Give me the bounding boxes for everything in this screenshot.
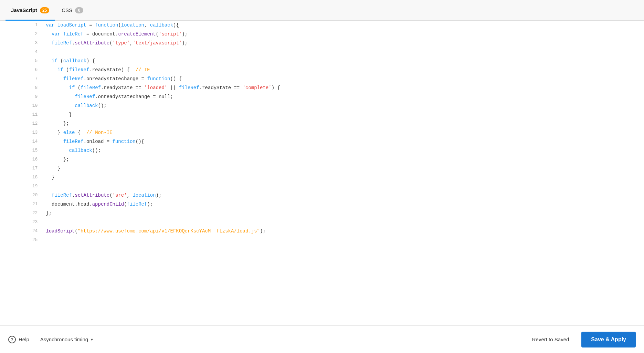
table-row: 3 fileRef.setAttribute('type','text/java… [0, 39, 644, 48]
save-apply-label: Save & Apply [591, 336, 626, 342]
line-content: } else { // Non-IE [43, 128, 644, 137]
line-number: 23 [0, 218, 43, 227]
line-content [43, 48, 644, 56]
line-number: 24 [0, 227, 43, 236]
revert-button[interactable]: Revert to Saved [525, 332, 576, 346]
line-number: 1 [0, 21, 43, 30]
table-row: 7 fileRef.onreadystatechange = function(… [0, 74, 644, 83]
line-content: }; [43, 119, 644, 128]
table-row: 16 }; [0, 155, 644, 164]
timing-label: Asynchronous timing [40, 336, 88, 342]
table-row: 23 [0, 218, 644, 227]
tab-bar: JavaScript 25 CSS 0 [0, 0, 644, 21]
line-content: fileRef.onreadystatechange = null; [43, 92, 644, 101]
table-row: 19 [0, 182, 644, 191]
table-row: 2 var fileRef = document.createElement('… [0, 30, 644, 39]
line-content: }; [43, 209, 644, 218]
line-content: loadScript("https://www.usefomo.com/api/… [43, 227, 644, 236]
timing-dropdown[interactable]: Asynchronous timing ▾ [40, 336, 93, 342]
help-button[interactable]: ? Help [8, 336, 29, 343]
line-content: callback(); [43, 146, 644, 155]
line-number: 3 [0, 39, 43, 48]
line-number: 6 [0, 65, 43, 74]
table-row: 15 callback(); [0, 146, 644, 155]
table-row: 4 [0, 48, 644, 56]
table-row: 18 } [0, 173, 644, 182]
line-content: var fileRef = document.createElement('sc… [43, 30, 644, 39]
line-number: 14 [0, 137, 43, 146]
line-number: 20 [0, 191, 43, 200]
line-content [43, 218, 644, 227]
tab-css-label: CSS [62, 7, 72, 13]
line-number: 2 [0, 30, 43, 39]
line-number: 18 [0, 173, 43, 182]
table-row: 1 var loadScript = function(location, ca… [0, 21, 644, 30]
line-content: } [43, 173, 644, 182]
line-number: 15 [0, 146, 43, 155]
line-number: 4 [0, 48, 43, 56]
table-row: 5 if (callback) { [0, 56, 644, 65]
footer-right: Revert to Saved Save & Apply [525, 332, 636, 347]
table-row: 20 fileRef.setAttribute('src', location)… [0, 191, 644, 200]
line-content: callback(); [43, 101, 644, 110]
line-content: var loadScript = function(location, call… [43, 21, 644, 30]
line-content: } [43, 110, 644, 119]
help-icon: ? [8, 336, 16, 343]
line-content: fileRef.setAttribute('type','text/javasc… [43, 39, 644, 48]
line-number: 21 [0, 200, 43, 209]
line-number: 7 [0, 74, 43, 83]
line-number: 10 [0, 101, 43, 110]
line-number: 22 [0, 209, 43, 218]
line-number: 17 [0, 164, 43, 173]
line-content [43, 236, 644, 245]
tab-javascript-label: JavaScript [11, 7, 37, 13]
table-row: 10 callback(); [0, 101, 644, 110]
tab-css[interactable]: CSS 0 [56, 0, 89, 20]
save-apply-button[interactable]: Save & Apply [581, 332, 636, 347]
line-content: fileRef.setAttribute('src', location); [43, 191, 644, 200]
line-number: 25 [0, 236, 43, 245]
tab-javascript[interactable]: JavaScript 25 [6, 0, 55, 20]
line-content: } [43, 164, 644, 173]
editor-container: JavaScript 25 CSS 0 1 var loadScript = f… [0, 0, 644, 353]
line-number: 9 [0, 92, 43, 101]
line-number: 19 [0, 182, 43, 191]
table-row: 22 }; [0, 209, 644, 218]
line-number: 12 [0, 119, 43, 128]
chevron-down-icon: ▾ [91, 337, 93, 342]
footer-left: ? Help Asynchronous timing ▾ [8, 336, 93, 343]
line-number: 5 [0, 56, 43, 65]
code-editor[interactable]: 1 var loadScript = function(location, ca… [0, 21, 644, 325]
line-content [43, 182, 644, 191]
line-content: }; [43, 155, 644, 164]
line-number: 8 [0, 83, 43, 92]
line-content: fileRef.onload = function(){ [43, 137, 644, 146]
table-row: 6 if (fileRef.readyState) { // IE [0, 65, 644, 74]
tab-css-badge: 0 [75, 7, 83, 13]
table-row: 14 fileRef.onload = function(){ [0, 137, 644, 146]
footer: ? Help Asynchronous timing ▾ Revert to S… [0, 325, 644, 353]
help-label: Help [19, 336, 29, 342]
table-row: 25 [0, 236, 644, 245]
code-table: 1 var loadScript = function(location, ca… [0, 21, 644, 245]
table-row: 11 } [0, 110, 644, 119]
revert-label: Revert to Saved [532, 336, 569, 342]
tab-javascript-badge: 25 [40, 7, 49, 13]
table-row: 8 if (fileRef.readyState == 'loaded' || … [0, 83, 644, 92]
table-row: 24 loadScript("https://www.usefomo.com/a… [0, 227, 644, 236]
line-number: 16 [0, 155, 43, 164]
line-content: if (callback) { [43, 56, 644, 65]
line-number: 13 [0, 128, 43, 137]
table-row: 9 fileRef.onreadystatechange = null; [0, 92, 644, 101]
table-row: 21 document.head.appendChild(fileRef); [0, 200, 644, 209]
line-content: fileRef.onreadystatechange = function() … [43, 74, 644, 83]
line-content: if (fileRef.readyState) { // IE [43, 65, 644, 74]
table-row: 17 } [0, 164, 644, 173]
line-content: document.head.appendChild(fileRef); [43, 200, 644, 209]
line-content: if (fileRef.readyState == 'loaded' || fi… [43, 83, 644, 92]
table-row: 13 } else { // Non-IE [0, 128, 644, 137]
table-row: 12 }; [0, 119, 644, 128]
line-number: 11 [0, 110, 43, 119]
